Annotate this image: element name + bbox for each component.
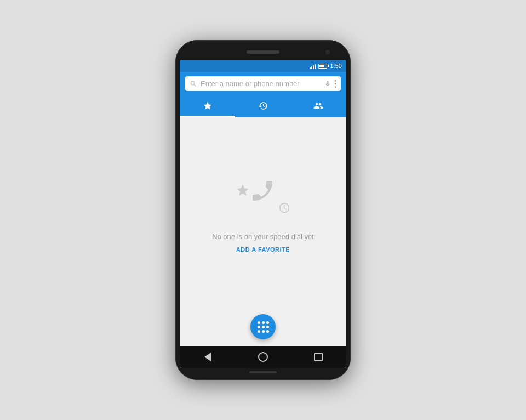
tab-favorites[interactable] [180,95,235,117]
status-bar: 1:50 [180,60,346,72]
empty-phone-icon [249,178,276,209]
nav-home-button[interactable] [255,349,271,365]
mic-icon[interactable] [324,81,331,87]
signal-bar-4 [315,64,316,69]
status-icons: 1:50 [310,63,342,69]
battery-icon [318,64,327,69]
svg-point-0 [335,80,336,82]
search-placeholder[interactable]: Enter a name or phone number [201,80,321,88]
dialpad-fab[interactable] [250,314,276,339]
signal-bar-1 [310,67,311,69]
search-icon [190,80,197,88]
recent-tab-icon [258,101,268,113]
signal-bar-2 [311,66,312,69]
recent-apps-icon [314,353,323,361]
tabs-bar [180,95,346,117]
phone-home-indicator [249,371,277,373]
more-options-icon[interactable] [334,80,336,88]
empty-illustration [236,178,290,222]
mic-svg [324,81,331,87]
empty-state-message: No one is on your speed dial yet [212,232,314,241]
nav-back-button[interactable] [199,349,216,365]
search-svg [190,80,197,88]
phone-speaker [247,50,279,54]
search-bar-container: Enter a name or phone number [180,72,346,95]
phone-device: 1:50 Enter a name or phone number [175,40,351,380]
tab-recent[interactable] [235,95,290,117]
dialpad-icon [258,321,269,333]
phone-screen: 1:50 Enter a name or phone number [180,60,346,368]
svg-point-2 [335,86,336,88]
status-time: 1:50 [330,63,342,69]
empty-clock-icon [278,202,290,217]
phone-top-bezel [180,47,346,58]
phone-bottom-bezel [180,371,346,373]
search-bar[interactable]: Enter a name or phone number [185,76,341,91]
phone-camera [325,50,330,54]
back-icon [204,353,211,361]
signal-icon [310,63,316,69]
home-icon [258,352,268,362]
add-favorite-button[interactable]: ADD A FAVORITE [236,246,290,253]
contacts-tab-icon [313,101,323,113]
more-options-svg [334,80,336,88]
signal-bar-3 [313,65,314,69]
nav-recent-button[interactable] [310,349,327,365]
tab-contacts[interactable] [291,95,346,117]
empty-star-icon [236,183,250,201]
content-area: No one is on your speed dial yet ADD A F… [180,117,346,346]
favorites-tab-icon [203,101,213,113]
battery-fill [319,65,325,67]
navigation-bar [180,346,346,368]
svg-point-1 [335,83,336,84]
